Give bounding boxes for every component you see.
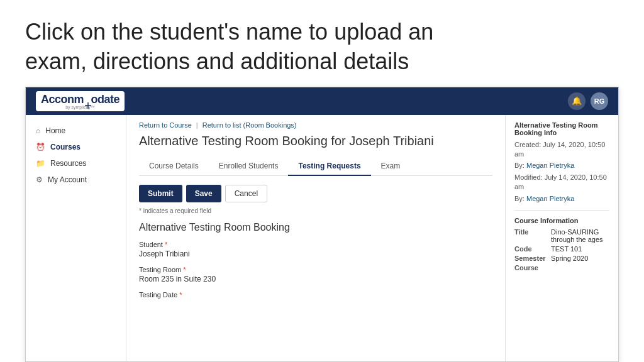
student-required-star: * [165,241,167,248]
headline-line2: exam, directions and additional details [25,48,409,74]
courses-icon: ⏰ [36,143,45,151]
page-title: Alternative Testing Room Booking for Jos… [139,134,492,148]
sidebar-item-resources[interactable]: 📁 Resources [26,155,126,172]
breadcrumb: Return to Course | Return to list (Room … [139,121,492,129]
tab-exam[interactable]: Exam [371,157,411,176]
created-by-label: By: [514,162,525,169]
main-area: ⌂ Home ⏰ Courses 📁 Resources ⚙ My Accoun… [26,115,618,361]
testing-room-label: Testing Room * [139,266,492,273]
modified-by-row: By: Megan Pietryka [514,194,609,204]
cancel-button[interactable]: Cancel [225,185,267,202]
title-value: Dino-SAURING through the ages [551,228,609,243]
tab-testing-requests[interactable]: Testing Requests [288,157,370,176]
code-label: Code [514,245,547,253]
sidebar-label-home: Home [45,126,65,135]
top-nav: Acconmodate by symplicity™ 🔔 RG [26,87,618,115]
sidebar-label-resources: Resources [50,159,86,168]
created-label: Created: [514,141,541,148]
my-account-icon: ⚙ [36,175,43,184]
testing-date-field-group: Testing Date * [139,291,492,299]
form-section-heading: Alternative Testing Room Booking [139,222,492,233]
info-panel: Alternative Testing Room Booking Info Cr… [505,115,618,361]
testing-room-required-star: * [183,266,186,273]
created-by-row: By: Megan Pietryka [514,161,609,170]
modified-by-link[interactable]: Megan Pietryka [526,195,574,202]
logo-area: Acconmodate by symplicity™ [36,91,125,111]
action-buttons: Submit Save Cancel [139,185,492,202]
breadcrumb-link-list[interactable]: Return to list (Room Bookings) [203,121,297,129]
semester-row: Semester Spring 2020 [514,255,609,262]
nav-right: 🔔 RG [568,92,608,110]
breadcrumb-separator: | [196,121,200,129]
screenshot-frame: Acconmodate by symplicity™ 🔔 RG ⌂ Home ⏰ [25,87,619,362]
tab-enrolled-students[interactable]: Enrolled Students [209,157,289,176]
user-avatar[interactable]: RG [591,92,608,110]
testing-room-value: Room 235 in Suite 230 [139,275,492,283]
sidebar-item-courses[interactable]: ⏰ Courses [26,139,126,155]
semester-value: Spring 2020 [551,255,588,262]
testing-date-required-star: * [179,291,182,299]
sidebar-item-my-account[interactable]: ⚙ My Account [26,172,126,188]
code-row: Code TEST 101 [514,245,609,253]
breadcrumb-link-course[interactable]: Return to Course [139,121,192,129]
modified-label: Modified: [514,173,543,181]
home-icon: ⌂ [36,126,40,135]
modified-by-label: By: [514,195,525,202]
save-button[interactable]: Save [186,185,221,202]
slide-container: Click on the student's name to upload an… [0,0,644,362]
tab-course-details[interactable]: Course Details [139,157,209,176]
created-by-link[interactable]: Megan Pietryka [526,162,574,169]
semester-label: Semester [514,255,547,262]
content-area: Return to Course | Return to list (Room … [126,115,505,361]
title-row: Title Dino-SAURING through the ages [514,228,609,243]
created-row: Created: July 14, 2020, 10:50 am [514,140,609,160]
student-field-group: Student * Joseph Tribiani [139,241,492,258]
sidebar-label-courses: Courses [50,143,80,151]
code-value: TEST 101 [551,245,582,253]
testing-room-field-group: Testing Room * Room 235 in Suite 230 [139,266,492,283]
sidebar-item-home[interactable]: ⌂ Home [26,123,126,139]
logo-box: Acconmodate by symplicity™ [36,91,125,111]
course-label: Course [514,264,547,272]
booking-info-title: Alternative Testing Room Booking Info [514,121,609,136]
required-note: * indicates a required field [139,207,492,214]
logo-text: Acconmodate [41,93,119,106]
course-row: Course [514,264,609,272]
submit-button[interactable]: Submit [139,185,182,202]
headline-line1: Click on the student's name to upload an [25,19,433,45]
sidebar: ⌂ Home ⏰ Courses 📁 Resources ⚙ My Accoun… [26,115,126,361]
info-divider [514,210,609,211]
tabs: Course Details Enrolled Students Testing… [139,157,492,176]
resources-icon: 📁 [36,159,45,168]
sidebar-label-my-account: My Account [48,175,87,184]
course-info-title: Course Information [514,217,609,224]
student-value: Joseph Tribiani [139,250,492,258]
student-label: Student * [139,241,492,248]
testing-date-label: Testing Date * [139,291,492,299]
notification-icon-btn[interactable]: 🔔 [568,92,586,110]
modified-row: Modified: July 14, 2020, 10:50 am [514,173,609,192]
title-label: Title [514,228,547,243]
headline: Click on the student's name to upload an… [0,0,644,87]
